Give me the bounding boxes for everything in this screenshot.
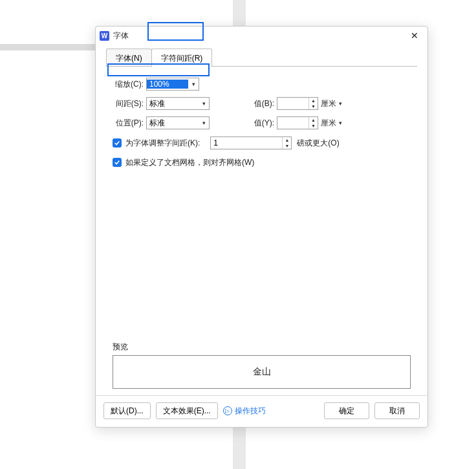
position-val-label: 值(Y):: [248, 118, 274, 129]
snap-label: 如果定义了文档网格，则对齐网格(W): [125, 157, 254, 168]
position-unit-combo[interactable]: 厘米 ▾: [319, 116, 343, 129]
tabs: 字体(N) 字符间距(R): [96, 49, 427, 67]
position-val-spinner[interactable]: ▲▼: [277, 116, 318, 129]
scale-value: 100%: [147, 80, 188, 89]
spin-up-icon[interactable]: ▲: [283, 137, 291, 143]
font-dialog: W 字体 ✕ 字体(N) 字符间距(R) 缩放(C): 100% ▾ 间距(S)…: [95, 26, 428, 428]
ok-button[interactable]: 确定: [324, 402, 369, 419]
position-label: 位置(P):: [113, 118, 144, 129]
tips-link[interactable]: ▷ 操作技巧: [223, 406, 266, 417]
form-area: 缩放(C): 100% ▾ 间距(S): 标准 ▾ 值(B): ▲▼ 厘米 ▾: [96, 67, 427, 175]
kerning-unit-label: 磅或更大(O): [297, 138, 339, 149]
dialog-title: 字体: [113, 30, 129, 41]
position-unit: 厘米: [319, 118, 338, 129]
text-effects-button[interactable]: 文本效果(E)...: [156, 402, 218, 419]
preview-sample: 金山: [253, 366, 271, 378]
spin-down-icon[interactable]: ▼: [283, 143, 291, 149]
spin-up-icon[interactable]: ▲: [309, 117, 318, 123]
chevron-down-icon: ▾: [338, 120, 343, 126]
spacing-unit: 厘米: [319, 98, 338, 109]
position-combo[interactable]: 标准 ▾: [146, 116, 210, 129]
kerning-checkbox[interactable]: [113, 138, 122, 147]
tab-spacing[interactable]: 字符间距(R): [151, 49, 213, 67]
spin-up-icon[interactable]: ▲: [309, 98, 318, 104]
tips-icon: ▷: [223, 406, 232, 415]
spin-down-icon[interactable]: ▼: [309, 123, 318, 129]
position-value: 标准: [147, 118, 199, 129]
titlebar: W 字体 ✕: [96, 27, 427, 45]
position-val-input[interactable]: [277, 117, 308, 129]
tab-font[interactable]: 字体(N): [106, 49, 152, 67]
tips-label: 操作技巧: [235, 406, 266, 417]
scale-combo[interactable]: 100% ▾: [146, 78, 199, 91]
spacing-unit-combo[interactable]: 厘米 ▾: [319, 97, 343, 110]
preview-box: 金山: [113, 355, 411, 389]
chevron-down-icon: ▾: [338, 100, 343, 107]
kerning-input[interactable]: [211, 137, 282, 149]
app-icon: W: [100, 31, 109, 41]
chevron-down-icon: ▾: [188, 81, 199, 87]
button-bar: 默认(D)... 文本效果(E)... ▷ 操作技巧 确定 取消: [96, 402, 427, 427]
snap-checkbox[interactable]: [113, 158, 122, 167]
spacing-combo[interactable]: 标准 ▾: [146, 97, 210, 110]
kerning-spinner[interactable]: ▲▼: [210, 136, 292, 149]
spin-down-icon[interactable]: ▼: [309, 104, 318, 109]
chevron-down-icon: ▾: [199, 120, 209, 126]
spacing-val-spinner[interactable]: ▲▼: [277, 97, 318, 110]
scale-label: 缩放(C):: [113, 79, 144, 90]
close-icon[interactable]: ✕: [407, 28, 422, 43]
cancel-button[interactable]: 取消: [374, 402, 420, 419]
default-button[interactable]: 默认(D)...: [103, 402, 151, 419]
preview-title: 预览: [113, 342, 411, 353]
spacing-value: 标准: [147, 98, 199, 109]
spacing-val-input[interactable]: [277, 98, 308, 109]
chevron-down-icon: ▾: [199, 100, 209, 107]
spacing-val-label: 值(B):: [248, 98, 274, 109]
preview-section: 预览 金山: [96, 342, 427, 395]
kerning-label: 为字体调整字间距(K):: [125, 138, 200, 149]
spacing-label: 间距(S):: [113, 98, 144, 109]
